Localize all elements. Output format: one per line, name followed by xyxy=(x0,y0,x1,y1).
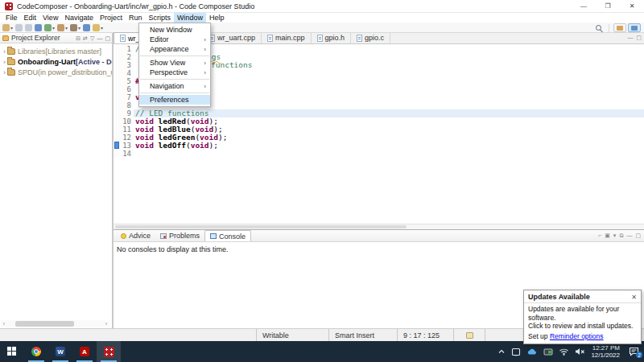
save-icon[interactable] xyxy=(15,24,23,31)
wifi-icon[interactable] xyxy=(559,348,569,356)
display-console-icon[interactable]: ▣ xyxy=(605,232,610,239)
editor-hscrollbar[interactable] xyxy=(114,224,644,229)
link-editor-icon[interactable]: ⇄ xyxy=(83,35,88,41)
menu-item-label: New Window xyxy=(150,26,192,34)
menu-file[interactable]: File xyxy=(2,13,21,23)
menu-window[interactable]: Window xyxy=(174,13,206,23)
minimize-icon[interactable]: — xyxy=(627,35,633,41)
menu-item-new-window[interactable]: New Window xyxy=(139,25,210,35)
scroll-thumb[interactable] xyxy=(15,321,75,327)
expand-chevron-icon[interactable]: › xyxy=(3,68,6,76)
console-tab-advice[interactable]: Advice xyxy=(116,230,155,241)
close-icon[interactable]: ✕ xyxy=(631,294,637,301)
project-tree-item-onboarding-uart[interactable]: ›Onboarding-Uart [Active - Debug xyxy=(0,56,112,67)
line-number: 10 xyxy=(121,117,134,125)
volume-muted-icon[interactable] xyxy=(575,348,585,356)
graphics-icon[interactable] xyxy=(543,348,553,356)
target-config-icon[interactable] xyxy=(44,24,52,31)
onedrive-icon[interactable] xyxy=(526,348,538,356)
flash-icon[interactable] xyxy=(93,24,100,31)
code-token: ); xyxy=(209,141,218,150)
word-icon[interactable]: W xyxy=(48,341,72,362)
dropdown-caret-icon[interactable]: ▾ xyxy=(52,25,55,31)
maximize-icon[interactable]: ▢ xyxy=(635,232,641,239)
project-tree-item-libraries[interactable]: ›Libraries [Libraries master] xyxy=(0,46,112,56)
console-tab-console[interactable]: Console xyxy=(204,230,251,241)
menu-view[interactable]: View xyxy=(39,13,61,23)
code-line-13[interactable]: 13void ledOff(void); xyxy=(114,142,644,150)
search-icon[interactable] xyxy=(596,25,601,31)
scroll-right-icon[interactable]: › xyxy=(103,321,109,327)
scroll-left-icon[interactable]: ‹ xyxy=(1,321,7,327)
menu-run[interactable]: Run xyxy=(126,13,146,23)
editor-tab-gpio-c[interactable]: gpio.c xyxy=(351,32,390,43)
minimize-icon[interactable]: — xyxy=(626,232,632,239)
explorer-hscrollbar[interactable]: ‹ › xyxy=(1,320,109,327)
clock-date: 12/1/2022 xyxy=(591,352,620,359)
debug-icon[interactable] xyxy=(57,24,64,31)
ccs-debug-perspective-icon[interactable] xyxy=(628,23,641,32)
acrobat-icon[interactable]: A xyxy=(72,341,97,362)
acrobat-logo-icon: A xyxy=(80,347,89,356)
project-tree-item-spdu[interactable]: ›SPDU (in power_distribution_unit) [ xyxy=(0,67,112,77)
menu-navigate[interactable]: Navigate xyxy=(61,13,97,23)
start-button[interactable] xyxy=(0,341,24,362)
save-all-icon[interactable] xyxy=(25,24,32,31)
tab-label: Advice xyxy=(129,232,151,240)
notifications-icon[interactable]: 2 xyxy=(629,347,639,356)
expand-chevron-icon[interactable]: › xyxy=(3,47,6,56)
line-number: 13 xyxy=(121,142,134,150)
code-line-14[interactable]: 14 xyxy=(114,150,644,158)
minimize-button[interactable]: — xyxy=(572,0,596,13)
filter-icon[interactable]: ▽ xyxy=(90,35,94,41)
menu-item-perspective[interactable]: Perspective› xyxy=(139,68,210,77)
menu-edit[interactable]: Edit xyxy=(21,13,40,23)
line-number: 12 xyxy=(121,134,134,142)
terminal-icon[interactable] xyxy=(35,24,42,31)
new-icon[interactable] xyxy=(2,24,10,31)
expand-chevron-icon[interactable]: › xyxy=(3,58,6,66)
status-icon-button[interactable] xyxy=(453,329,485,341)
taskbar-clock[interactable]: 12:27 PM 12/1/2022 xyxy=(591,344,620,359)
dropdown-caret-icon[interactable]: ▾ xyxy=(65,25,68,31)
menu-item-show-view[interactable]: Show View› xyxy=(139,58,210,68)
menu-item-preferences[interactable]: Preferences xyxy=(139,95,210,105)
pin-console-icon[interactable]: ▾ xyxy=(613,232,617,239)
search-tool-icon[interactable] xyxy=(83,24,90,31)
close-button[interactable]: ✕ xyxy=(620,0,644,13)
maximize-icon[interactable]: ▢ xyxy=(105,35,110,41)
dropdown-caret-icon[interactable]: ▾ xyxy=(78,25,80,31)
menu-help[interactable]: Help xyxy=(206,13,228,23)
restore-button[interactable]: ❐ xyxy=(596,0,620,13)
annotation-column xyxy=(114,93,121,101)
menu-item-appearance[interactable]: Appearance› xyxy=(139,44,210,54)
device-icon[interactable] xyxy=(511,348,521,356)
console-tab-problems[interactable]: Problems xyxy=(155,230,204,241)
dropdown-caret-icon[interactable]: ▾ xyxy=(10,25,13,31)
editor-tab-main-cpp[interactable]: main.cpp xyxy=(262,32,312,43)
scroll-thumb[interactable] xyxy=(115,225,407,228)
annotation-column xyxy=(114,53,121,61)
build-icon[interactable] xyxy=(70,24,77,31)
menu-scripts[interactable]: Scripts xyxy=(145,13,174,23)
scroll-track[interactable] xyxy=(7,320,103,327)
menu-project[interactable]: Project xyxy=(97,13,126,23)
editor-tab-wr-uart-cpp[interactable]: wr_uart.cpp xyxy=(204,32,262,43)
ccs-edit-perspective-icon[interactable] xyxy=(613,23,626,32)
menu-item-editor[interactable]: Editor› xyxy=(139,35,210,44)
dropdown-caret-icon[interactable]: ▾ xyxy=(101,25,103,31)
chevron-up-icon[interactable] xyxy=(497,348,506,355)
reminder-options-link[interactable]: Reminder options xyxy=(550,332,604,340)
menu-item-navigation[interactable]: Navigation› xyxy=(139,81,210,91)
collapse-all-icon[interactable]: ⊟ xyxy=(76,35,80,41)
ccs-taskbar-icon[interactable] xyxy=(97,341,121,362)
editor-tab-gpio-h[interactable]: gpio.h xyxy=(312,32,352,43)
open-console-icon[interactable]: ⌐ xyxy=(598,232,601,239)
line-number: 14 xyxy=(121,150,134,158)
maximize-icon[interactable]: ▢ xyxy=(636,35,642,41)
chrome-icon[interactable] xyxy=(24,341,48,362)
updates-popup: Updates Available ✕ Updates are availabl… xyxy=(523,290,642,344)
minimize-icon[interactable]: — xyxy=(97,35,102,41)
new-console-icon[interactable]: ⧉ xyxy=(619,232,623,239)
project-name: Libraries xyxy=(18,47,46,56)
